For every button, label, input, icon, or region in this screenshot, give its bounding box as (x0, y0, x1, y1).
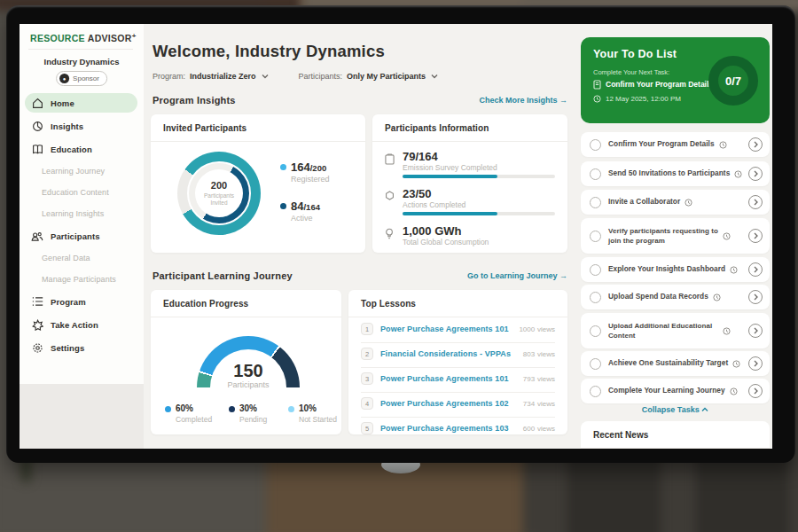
task-go-button[interactable] (748, 290, 763, 304)
todo-progress-value: 0/7 (725, 74, 741, 88)
filters-row: Program:Industrialize Zero Participants:… (153, 72, 438, 81)
task-row[interactable]: Invite a Collaborator (581, 190, 770, 215)
task-go-button[interactable] (748, 229, 763, 243)
clock-icon (723, 232, 731, 240)
divider (151, 141, 365, 142)
task-checkbox[interactable] (590, 139, 601, 151)
check-more-insights-link[interactable]: Check More Insights → (436, 96, 567, 105)
todo-next-task: Confirm Your Program Details (606, 80, 713, 89)
task-checkbox[interactable] (590, 325, 601, 337)
task-go-button[interactable] (748, 195, 763, 209)
card-title: Invited Participants (163, 123, 246, 133)
task-row[interactable]: Verify participants requesting to join t… (581, 218, 770, 254)
gauge-center-label: Participants (197, 380, 300, 389)
monitor-bezel: RESOURCE ADVISOR+ Industry Dynamics ● Sp… (6, 5, 795, 463)
task-checkbox[interactable] (590, 264, 601, 276)
task-checkbox[interactable] (590, 386, 601, 397)
legend-dot (280, 203, 286, 209)
page-title: Welcome, Industry Dynamics (153, 42, 385, 61)
survey-icon (385, 153, 395, 165)
task-go-button[interactable] (748, 356, 763, 371)
sidebar-footer-area (20, 384, 144, 449)
lesson-link[interactable]: Power Purchase Agreements 101 (380, 374, 509, 383)
sidebar-item-education-content[interactable]: Education Content (20, 182, 144, 203)
sidebar-item-learning-journey[interactable]: Learning Journey (20, 160, 144, 182)
clock-icon (713, 293, 721, 301)
lesson-link[interactable]: Power Purchase Agreements 102 (380, 399, 509, 408)
go-to-learning-journey-link[interactable]: Go to Learning Journey → (419, 271, 567, 280)
task-row[interactable]: Explore Your Insights Dashboard (581, 257, 770, 282)
todo-header-card: Your To Do List Complete Your Next Task:… (581, 37, 770, 123)
gauge-center-value: 150 (197, 361, 300, 381)
todo-progress-ring: 0/7 (708, 56, 758, 106)
clock-icon (685, 199, 692, 207)
lesson-row[interactable]: 1 Power Purchase Agreements 101 1000 vie… (361, 318, 555, 343)
task-checkbox[interactable] (590, 292, 601, 303)
divider (28, 49, 133, 50)
lesson-row[interactable]: 4 Power Purchase Agreements 102 734 view… (361, 393, 555, 418)
app-logo[interactable]: RESOURCE ADVISOR+ (30, 32, 137, 43)
rank-badge: 5 (361, 422, 373, 434)
task-go-button[interactable] (748, 262, 763, 277)
divider (581, 448, 770, 449)
lesson-row[interactable]: 2 Financial Considerations - VPPAs 803 v… (361, 343, 555, 368)
sidebar-item-manage-participants[interactable]: Manage Participants (20, 269, 144, 290)
divider (372, 141, 567, 142)
sidebar-item-education[interactable]: Education (20, 137, 144, 160)
task-row[interactable]: Upload Spend Data Records (581, 285, 770, 309)
invited-donut-chart: 200 Participants Invited (177, 152, 261, 235)
org-name: Industry Dynamics (20, 57, 144, 66)
rank-badge: 3 (361, 372, 373, 385)
rank-badge: 2 (361, 348, 373, 360)
todo-subtitle: Complete Your Next Task: (593, 68, 669, 76)
sidebar-item-program[interactable]: Program (20, 290, 144, 313)
todo-due-date: 12 May 2025, 12:00 PM (606, 95, 681, 103)
sidebar-item-home[interactable]: Home (20, 91, 144, 114)
task-row[interactable]: Upload Additional Educational Content (581, 313, 770, 348)
lesson-link[interactable]: Power Purchase Agreements 103 (380, 424, 509, 433)
participants-icon (31, 230, 43, 242)
task-row[interactable]: Confirm Your Program Details (581, 132, 770, 157)
sidebar-menu: Home Insights Education Learning Journey… (20, 91, 144, 359)
task-checkbox[interactable] (590, 197, 601, 208)
take-action-icon (31, 318, 43, 331)
task-row[interactable]: Complete Your Learning Journey (581, 379, 770, 403)
task-go-button[interactable] (748, 167, 763, 181)
task-row[interactable]: Achieve One Sustainability Target (581, 351, 770, 376)
sidebar-item-settings[interactable]: Settings (20, 336, 144, 359)
rank-badge: 4 (361, 397, 373, 410)
bulb-icon (385, 228, 394, 239)
settings-icon (31, 341, 43, 354)
task-row[interactable]: Send 50 Invitations to Participants (581, 161, 770, 186)
legend-dot (280, 164, 286, 170)
donut-center-value: 200 (211, 180, 227, 191)
lesson-link[interactable]: Power Purchase Agreements 101 (380, 325, 509, 333)
chevron-down-icon (431, 74, 438, 79)
task-go-button[interactable] (748, 384, 763, 398)
participants-information-card: Participants Information 79/164 Emission… (372, 114, 567, 253)
top-lessons-card: Top Lessons 1 Power Purchase Agreements … (348, 290, 567, 434)
sidebar-item-general-data[interactable]: General Data (20, 247, 144, 269)
task-go-button[interactable] (748, 137, 763, 152)
clock-icon (593, 95, 601, 103)
sidebar-item-learning-insights[interactable]: Learning Insights (20, 203, 144, 224)
task-go-button[interactable] (748, 324, 763, 338)
clock-icon (730, 266, 738, 274)
task-checkbox[interactable] (590, 358, 601, 370)
sidebar-item-participants[interactable]: Participants (20, 224, 144, 247)
card-title: Participants Information (385, 123, 489, 133)
collapse-tasks-link[interactable]: Collapse Tasks (581, 405, 770, 414)
participants-filter[interactable]: Participants:Only My Participants (299, 72, 439, 81)
recent-news-title: Recent News (593, 430, 648, 440)
lesson-link[interactable]: Financial Considerations - VPPAs (380, 349, 511, 358)
recent-news-card: Recent News (581, 421, 770, 449)
lesson-row[interactable]: 3 Power Purchase Agreements 101 793 view… (361, 368, 555, 393)
program-filter[interactable]: Program:Industrialize Zero (153, 72, 269, 81)
sidebar: RESOURCE ADVISOR+ Industry Dynamics ● Sp… (20, 24, 144, 449)
sidebar-item-take-action[interactable]: Take Action (20, 313, 144, 336)
task-checkbox[interactable] (590, 231, 601, 242)
lesson-row[interactable]: 5 Power Purchase Agreements 103 600 view… (361, 418, 555, 442)
clock-icon (723, 327, 731, 335)
task-checkbox[interactable] (590, 168, 601, 180)
sidebar-item-insights[interactable]: Insights (20, 114, 144, 137)
